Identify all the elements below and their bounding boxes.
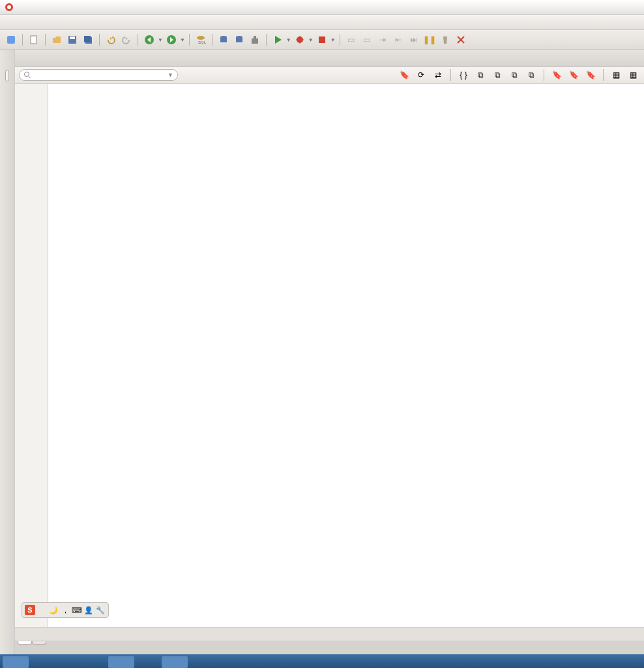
svg-line-25 <box>29 76 31 78</box>
step1-button[interactable]: ▭ <box>344 33 359 47</box>
source-tab[interactable] <box>18 641 32 645</box>
build-button[interactable] <box>248 33 262 47</box>
structure-tab[interactable] <box>5 70 9 81</box>
bm3-button[interactable]: 🔖 <box>583 68 598 82</box>
sql-button[interactable]: SQL <box>194 33 208 47</box>
quick-outline-button[interactable]: 🔖 <box>397 68 411 82</box>
find-dropdown-icon[interactable]: ▼ <box>168 72 173 78</box>
menu-bar <box>0 15 644 30</box>
svg-point-10 <box>197 36 205 40</box>
braces1-button[interactable]: { } <box>456 68 471 82</box>
open-button[interactable] <box>50 33 64 47</box>
editor-tabs <box>15 50 644 66</box>
ime-logo: S <box>25 605 35 615</box>
svg-rect-16 <box>252 38 258 44</box>
save-button[interactable] <box>65 33 80 47</box>
svg-rect-2 <box>7 36 15 44</box>
run-button[interactable] <box>271 33 285 47</box>
svg-text:SQL: SQL <box>198 40 206 44</box>
bm2-button[interactable]: 🔖 <box>566 68 581 82</box>
braces4-button[interactable]: ⧉ <box>507 68 521 82</box>
view1-button[interactable]: ▦ <box>609 68 623 82</box>
app-icon <box>4 2 14 12</box>
svg-rect-21 <box>319 36 325 43</box>
cancel-button[interactable] <box>454 33 468 47</box>
task-button[interactable] <box>162 656 188 668</box>
refresh-button[interactable]: ⟳ <box>414 68 428 82</box>
gc-button[interactable] <box>438 33 452 47</box>
ime-toolbar[interactable]: S 🌙 ， ⌨ 👤 🔧 <box>22 602 109 618</box>
braces2-button[interactable]: ⧉ <box>473 68 488 82</box>
svg-rect-7 <box>84 36 91 42</box>
save-all-button[interactable] <box>81 33 95 47</box>
find-input[interactable] <box>34 70 168 80</box>
code-area[interactable] <box>48 84 644 627</box>
breadcrumb-bar <box>15 627 644 641</box>
db2-button[interactable] <box>232 33 246 47</box>
new-button[interactable] <box>27 33 41 47</box>
debug-button[interactable] <box>293 33 307 47</box>
search-icon <box>23 71 31 79</box>
back-button[interactable] <box>142 33 156 47</box>
forward-button[interactable] <box>164 33 179 47</box>
taskbar <box>0 654 644 668</box>
redo-button[interactable] <box>119 33 134 47</box>
svg-rect-13 <box>220 37 227 42</box>
ime-punct-icon[interactable]: ， <box>60 605 70 615</box>
bottom-tabs <box>15 641 644 654</box>
ime-user-icon[interactable]: 👤 <box>83 605 94 615</box>
svg-rect-17 <box>254 36 256 38</box>
svg-rect-15 <box>236 37 242 42</box>
ime-moon-icon[interactable]: 🌙 <box>48 605 59 615</box>
find-box[interactable]: ▼ <box>19 69 178 81</box>
task-button[interactable] <box>3 656 29 668</box>
svg-point-1 <box>7 5 11 9</box>
code-editor[interactable] <box>15 84 644 627</box>
stop-button[interactable] <box>315 33 329 47</box>
ime-lang[interactable] <box>37 605 47 615</box>
step2-button[interactable]: ▭ <box>360 33 374 47</box>
editor-gutter[interactable] <box>15 84 48 627</box>
adf-structure-tab[interactable] <box>5 54 9 66</box>
db1-button[interactable] <box>216 33 231 47</box>
step5-button[interactable]: ⏭ <box>407 33 421 47</box>
new-app-button[interactable] <box>4 33 18 47</box>
svg-point-24 <box>25 72 29 77</box>
properties-tab[interactable] <box>5 85 9 97</box>
braces5-button[interactable]: ⧉ <box>524 68 538 82</box>
applications-tab[interactable] <box>5 101 9 113</box>
braces3-button[interactable]: ⧉ <box>490 68 505 82</box>
svg-rect-3 <box>31 36 37 44</box>
history-tab[interactable] <box>32 641 46 645</box>
format-button[interactable]: ⇄ <box>431 68 445 82</box>
bm1-button[interactable]: 🔖 <box>549 68 564 82</box>
left-gutter-1 <box>0 50 15 654</box>
title-bar <box>0 0 644 15</box>
undo-button[interactable] <box>104 33 118 47</box>
editor-pane: ▼ 🔖 ⟳ ⇄ { } ⧉ ⧉ ⧉ ⧉ 🔖 🔖 🔖 ▦ ▦ S <box>15 50 644 654</box>
step3-button[interactable]: ⇥ <box>375 33 390 47</box>
pause-button[interactable]: ❚❚ <box>422 33 437 47</box>
main-toolbar: ▼ ▼ SQL ▼ ▼ ▼ ▭ ▭ ⇥ ⇤ ⏭ ❚❚ <box>0 30 644 50</box>
ime-keyboard-icon[interactable]: ⌨ <box>72 605 82 615</box>
view2-button[interactable]: ▦ <box>626 68 640 82</box>
svg-rect-5 <box>70 36 75 39</box>
task-button[interactable] <box>108 656 134 668</box>
editor-toolbar: ▼ 🔖 ⟳ ⇄ { } ⧉ ⧉ ⧉ ⧉ 🔖 🔖 🔖 ▦ ▦ <box>15 66 644 84</box>
ime-settings-icon[interactable]: 🔧 <box>95 605 106 615</box>
step4-button[interactable]: ⇤ <box>391 33 405 47</box>
